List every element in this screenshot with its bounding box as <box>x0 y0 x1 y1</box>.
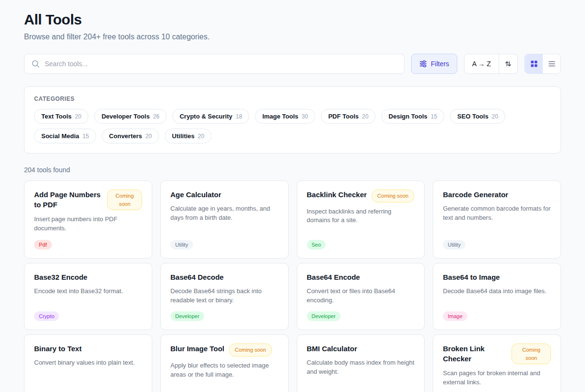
tool-description: Insert page numbers into PDF documents. <box>34 215 142 233</box>
tool-title: Backlink Checker <box>307 190 367 200</box>
sort-direction-button[interactable] <box>499 54 517 73</box>
category-pill[interactable]: Social Media 15 <box>34 129 96 143</box>
category-count: 15 <box>83 133 89 140</box>
tool-card-header: Base64 to Image <box>443 272 551 282</box>
category-count: 20 <box>492 113 498 120</box>
tool-card[interactable]: Backlink Checker Coming soon Inspect bac… <box>297 180 425 259</box>
category-label: Social Media <box>41 132 79 140</box>
category-pill[interactable]: PDF Tools 20 <box>321 109 376 124</box>
tool-title: Base64 Decode <box>171 272 224 282</box>
tool-title: Broken Link Checker <box>443 344 507 364</box>
tool-description: Encode text into Base32 format. <box>34 287 142 296</box>
tool-tag: Crypto <box>34 311 59 321</box>
tool-card-header: Backlink Checker Coming soon <box>307 190 415 202</box>
coming-soon-badge: Coming soon <box>229 344 272 356</box>
tool-title: Add Page Numbers to PDF <box>34 190 102 210</box>
sort-control: A → Z <box>464 54 518 74</box>
list-view-button[interactable] <box>543 54 561 73</box>
page-subtitle: Browse and filter 204+ free tools across… <box>24 33 561 41</box>
grid-view-button[interactable] <box>525 54 543 73</box>
tool-card-header: Barcode Generator <box>443 190 551 200</box>
category-pill[interactable]: Crypto & Security 18 <box>172 109 249 124</box>
sort-order-label: A → Z <box>472 60 491 68</box>
tool-card-header: Blur Image Tool Coming soon <box>171 344 279 356</box>
category-pill[interactable]: Utilities 20 <box>165 129 211 143</box>
filters-label: Filters <box>431 60 449 68</box>
coming-soon-badge: Coming soon <box>372 190 414 202</box>
tool-title: BMI Calculator <box>307 344 357 354</box>
category-count: 30 <box>302 113 308 120</box>
tool-card[interactable]: Base64 Decode Decode Base64 strings back… <box>160 263 289 331</box>
tool-card[interactable]: Base32 Encode Encode text into Base32 fo… <box>24 263 152 331</box>
category-label: Text Tools <box>41 113 72 120</box>
tool-description: Decode Base64 strings back into readable… <box>171 287 279 305</box>
tool-description: Convert binary values into plain text. <box>34 358 142 368</box>
tool-card-header: Add Page Numbers to PDF Coming soon <box>34 190 142 210</box>
tool-card[interactable]: Binary to Text Convert binary values int… <box>24 334 152 392</box>
search-input[interactable] <box>45 60 397 68</box>
sort-arrows-icon <box>504 60 512 68</box>
tool-description: Decode Base64 data into image files. <box>443 287 551 296</box>
sort-order-button[interactable]: A → Z <box>464 54 499 73</box>
category-count: 15 <box>431 113 437 120</box>
category-count: 20 <box>146 133 152 140</box>
tool-card-header: Base64 Decode <box>171 272 279 282</box>
tool-card-header: Broken Link Checker Coming soon <box>443 344 551 364</box>
tool-card[interactable]: Barcode Generator Generate common barcod… <box>433 180 561 259</box>
category-count: 20 <box>75 113 81 120</box>
category-pill[interactable]: Text Tools 20 <box>34 109 88 124</box>
category-pill[interactable]: Design Tools 15 <box>381 109 444 124</box>
category-count: 18 <box>236 113 242 120</box>
coming-soon-badge: Coming soon <box>107 190 142 210</box>
tool-title: Blur Image Tool <box>171 344 224 354</box>
tool-card-header: Base64 Encode <box>307 272 415 282</box>
tool-description: Calculate age in years, months, and days… <box>171 204 279 223</box>
tool-tag: Utility <box>171 240 193 249</box>
tool-tag: Developer <box>171 311 204 321</box>
tool-title: Base32 Encode <box>34 272 87 282</box>
category-count: 20 <box>362 113 368 120</box>
categories-panel: CATEGORIES Text Tools 20 Developer Tools… <box>24 86 561 154</box>
tool-card-header: BMI Calculator <box>307 344 415 354</box>
tool-tag: Image <box>443 311 467 321</box>
tool-card[interactable]: Add Page Numbers to PDF Coming soon Inse… <box>24 180 152 259</box>
search-icon <box>31 59 40 68</box>
category-label: PDF Tools <box>328 113 358 120</box>
tool-card[interactable]: BMI Calculator Calculate body mass index… <box>297 334 425 392</box>
tool-card[interactable]: Age Calculator Calculate age in years, m… <box>160 180 289 259</box>
category-label: Design Tools <box>389 113 427 120</box>
category-label: Converters <box>109 132 142 140</box>
categories-list: Text Tools 20 Developer Tools 26 Crypto … <box>34 109 551 143</box>
tool-tag: Utility <box>443 240 465 249</box>
tool-card[interactable]: Base64 Encode Convert text or files into… <box>297 263 425 331</box>
tool-title: Base64 Encode <box>307 272 360 282</box>
tool-description: Apply blur effects to selected image are… <box>171 361 279 380</box>
list-icon <box>548 60 556 68</box>
category-pill[interactable]: Image Tools 30 <box>255 109 315 124</box>
tool-card-header: Age Calculator <box>171 190 279 200</box>
category-label: Utilities <box>172 132 195 140</box>
search-box[interactable] <box>24 54 404 74</box>
category-pill[interactable]: Converters 20 <box>102 129 159 143</box>
category-label: SEO Tools <box>457 113 488 120</box>
tool-tag: Developer <box>307 311 341 321</box>
grid-icon <box>530 60 538 68</box>
tool-card[interactable]: Broken Link Checker Coming soon Scan pag… <box>433 334 561 392</box>
tools-grid: Add Page Numbers to PDF Coming soon Inse… <box>24 180 561 392</box>
category-count: 26 <box>153 113 159 120</box>
tool-description: Scan pages for broken internal and exter… <box>443 369 551 387</box>
tool-card[interactable]: Blur Image Tool Coming soon Apply blur e… <box>160 334 289 392</box>
category-count: 20 <box>198 133 204 140</box>
page-title: All Tools <box>24 12 561 28</box>
tool-card[interactable]: Base64 to Image Decode Base64 data into … <box>433 263 561 331</box>
category-pill[interactable]: Developer Tools 26 <box>94 109 167 124</box>
results-count: 204 tools found <box>24 166 561 174</box>
category-label: Developer Tools <box>101 113 149 120</box>
tool-tag: Seo <box>307 240 326 249</box>
filters-button[interactable]: Filters <box>411 54 457 74</box>
tool-description: Convert text or files into Base64 encodi… <box>307 287 415 305</box>
category-pill[interactable]: SEO Tools 20 <box>450 109 505 124</box>
tool-title: Base64 to Image <box>443 272 500 282</box>
tool-card-header: Base32 Encode <box>34 272 142 282</box>
categories-heading: CATEGORIES <box>34 95 551 102</box>
